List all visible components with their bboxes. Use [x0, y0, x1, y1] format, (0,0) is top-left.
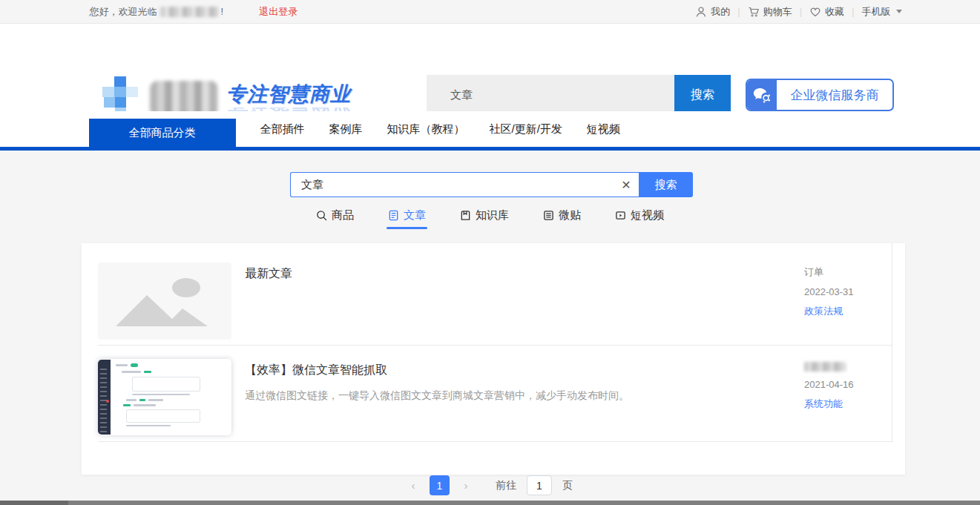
greeting-suffix: !: [221, 6, 224, 17]
separator: |: [852, 6, 854, 17]
cart-icon: [748, 6, 760, 18]
video-icon: [615, 210, 626, 221]
nav-item-plugins[interactable]: 全部插件: [260, 122, 305, 136]
result-type-tabs: 商品 文章 知识库 微贴: [0, 208, 980, 229]
greeting: 您好，欢迎光临 !: [90, 5, 224, 19]
slogan-text: 专注智慧商业: [226, 81, 389, 108]
nav-item-knowledge[interactable]: 知识库（教程）: [387, 122, 465, 136]
favorites-link[interactable]: 收藏: [809, 5, 844, 19]
result-meta: 订单 2022-03-31 政策法规: [804, 263, 892, 326]
wecom-icon: [746, 79, 777, 111]
header-search-button[interactable]: 搜索: [674, 75, 731, 115]
result-row[interactable]: 最新文章 订单 2022-03-31 政策法规: [98, 243, 892, 346]
image-placeholder-icon: [98, 263, 231, 340]
content-search: ✕ 搜索: [290, 172, 693, 197]
result-title[interactable]: 最新文章: [245, 266, 789, 282]
blurred-username: [160, 7, 218, 17]
nav-item-shortvideo[interactable]: 短视频: [587, 122, 620, 136]
result-meta: 2021-04-16 系统功能: [804, 359, 892, 418]
nav-all-categories[interactable]: 全部商品分类: [89, 119, 236, 147]
cart-link[interactable]: 购物车: [748, 5, 792, 19]
page-unit-label: 页: [562, 479, 573, 492]
tab-shortvideo[interactable]: 短视频: [615, 208, 664, 229]
goto-page-input[interactable]: [527, 475, 552, 495]
bottom-strip: [0, 501, 980, 505]
nav-item-community[interactable]: 社区/更新/开发: [490, 122, 562, 136]
knowledge-icon: [460, 210, 471, 221]
result-tag-link[interactable]: 系统功能: [804, 397, 892, 411]
heart-icon: [809, 6, 821, 18]
article-icon: [388, 210, 399, 221]
page: 您好，欢迎光临 ! 退出登录 我的 |: [0, 0, 980, 505]
chevron-down-icon: [896, 10, 902, 13]
search-icon: [316, 210, 327, 221]
content-search-input[interactable]: [291, 179, 614, 191]
header: 专注智慧商业 专注智慧商业 搜索 企业微信服务商: [0, 24, 980, 111]
header-search-input[interactable]: [427, 75, 674, 115]
header-search: 搜索: [427, 75, 731, 115]
next-page-icon[interactable]: ›: [460, 479, 472, 492]
content-area: ✕ 搜索 商品 文章: [0, 151, 980, 501]
prev-page-icon[interactable]: ‹: [407, 479, 419, 492]
my-account-link[interactable]: 我的: [695, 5, 730, 19]
logout-link[interactable]: 退出登录: [259, 5, 297, 19]
tab-goods[interactable]: 商品: [316, 208, 354, 229]
result-thumbnail: [98, 359, 231, 435]
bottom-strip-left: [0, 501, 68, 505]
result-tag-link[interactable]: 政策法规: [804, 305, 892, 318]
results-card: 最新文章 订单 2022-03-31 政策法规: [82, 243, 905, 475]
separator: |: [737, 6, 740, 17]
current-page-button[interactable]: 1: [430, 475, 450, 495]
result-date: 2021-04-16: [804, 379, 892, 390]
topbar: 您好，欢迎光临 ! 退出登录 我的 |: [0, 0, 980, 24]
tab-knowledge[interactable]: 知识库: [460, 208, 509, 229]
tab-articles[interactable]: 文章: [388, 208, 426, 229]
result-title[interactable]: 【效率】微信文章智能抓取: [245, 363, 789, 378]
goto-label: 前往: [496, 479, 516, 492]
separator: |: [800, 6, 802, 17]
result-row[interactable]: 【效率】微信文章智能抓取 通过微信图文链接，一键导入微信图文文章到商城文章营销中…: [98, 346, 892, 442]
clear-search-icon[interactable]: ✕: [614, 178, 639, 192]
result-description: 通过微信图文链接，一键导入微信图文文章到商城文章营销中，减少手动发布时间。: [245, 388, 789, 403]
content-search-button[interactable]: 搜索: [639, 172, 693, 197]
user-icon: [695, 6, 707, 18]
list-icon: [543, 210, 554, 221]
tab-microposts[interactable]: 微贴: [543, 208, 581, 229]
pagination: ‹ 1 › 前往 页: [0, 475, 980, 495]
blurred-category: [804, 362, 846, 372]
wecom-service-button[interactable]: 企业微信服务商: [746, 79, 894, 111]
greeting-prefix: 您好，欢迎光临: [90, 5, 157, 19]
main-nav: 全部商品分类 全部插件 案例库 知识库（教程） 社区/更新/开发 短视频: [0, 111, 980, 147]
nav-item-cases[interactable]: 案例库: [329, 122, 363, 136]
result-category: 订单: [804, 265, 892, 279]
wecom-label: 企业微信服务商: [777, 87, 892, 104]
mobile-version-dropdown[interactable]: 手机版: [862, 5, 902, 19]
result-date: 2022-03-31: [804, 286, 892, 297]
